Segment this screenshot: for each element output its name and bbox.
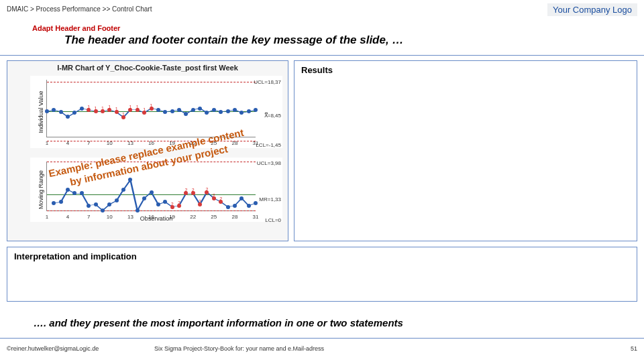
mr-xlabel: Observation [30, 215, 282, 222]
mr-ylabel: Moving Range [38, 170, 44, 209]
footer-page-number: 51 [597, 345, 637, 352]
footer: ©reiner.hutwelker@sigmaLogic.de Six Sigm… [0, 338, 644, 358]
interpretation-panel: Interpretation and implication [7, 247, 637, 302]
iv-lcl-label: LCL=-1,45 [256, 141, 281, 147]
chart-panel: I-MR Chart of Y_Choc-Cookie-Taste_post f… [7, 60, 288, 241]
iv-plotarea: 11111111111471013161922252831 [46, 80, 256, 137]
content-area: I-MR Chart of Y_Choc-Cookie-Taste_post f… [7, 60, 637, 315]
slide-footline: …. and they present the most important i… [34, 317, 403, 328]
iv-ylabel: Individual Value [38, 91, 44, 133]
mr-center-label: MR=1,33 [259, 196, 281, 202]
iv-center-label: X̅=8,45 [264, 113, 281, 119]
mr-ucl-label: UCL=3,98 [257, 160, 281, 166]
adapt-label: Adapt Header and Footer [32, 24, 120, 32]
company-logo: Your Company Logo [547, 3, 637, 16]
chart-title: I-MR Chart of Y_Choc-Cookie-Taste_post f… [7, 64, 288, 72]
results-title: Results [301, 65, 630, 75]
divider-top [0, 55, 644, 56]
iv-ucl-label: UCL=18,37 [254, 78, 281, 84]
footer-author: ©reiner.hutwelker@sigmaLogic.de [7, 345, 141, 352]
slide-headline: The header and footer contain the key me… [64, 34, 403, 47]
interpretation-title: Interpretation and implication [14, 251, 630, 261]
results-panel: Results [294, 60, 637, 241]
breadcrumb: DMAIC > Process Performance >> Control C… [7, 5, 152, 13]
footer-center: Six Sigma Project-Story-Book for: your n… [141, 345, 597, 352]
